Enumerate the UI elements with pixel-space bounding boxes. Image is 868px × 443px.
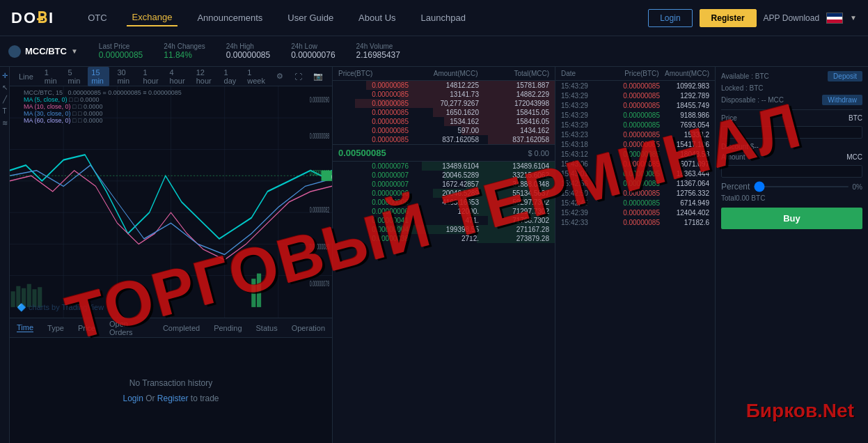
ob-buy-row[interactable]: 0.000000064163.1665359297.7302 (333, 198, 555, 207)
nav-exchange[interactable]: Exchange (127, 9, 178, 26)
ob-buy-row[interactable]: 0.0000000612000.71297.7302 (333, 207, 555, 216)
no-transaction-text: No Transaction history (129, 378, 212, 388)
withdraw-button[interactable]: Withdraw (822, 95, 862, 105)
chart-interval-30min[interactable]: 30 min (113, 67, 135, 86)
chart-interval-1min[interactable]: 1 min (41, 67, 61, 86)
logo[interactable]: DOɃI (11, 9, 54, 27)
tool-fib[interactable]: ≋ (2, 119, 8, 127)
chart-interval-1day[interactable]: 1 day (221, 67, 240, 86)
ob-buy-row[interactable]: 0.000000071672.4285734888.0348 (333, 180, 555, 189)
tradingview-watermark: 🔷 charts by TradingView (17, 303, 104, 312)
tool-text[interactable]: T (2, 107, 6, 115)
ob-buy-row[interactable]: 0.00000004199398.55271167.28 (333, 225, 555, 234)
chart-interval-1week[interactable]: 1 week (244, 67, 269, 86)
tab-type[interactable]: Type (47, 324, 64, 332)
th-col-price: Price(BTC) (611, 70, 658, 77)
deposit-button[interactable]: Deposit (828, 71, 862, 81)
tp-divider (721, 109, 862, 110)
tab-open-orders[interactable]: Open Orders (109, 320, 149, 336)
tp-percent-value: 0% (853, 183, 862, 191)
ob-col-price: Price(BTC) (338, 70, 407, 77)
tool-cursor[interactable]: ↖ (2, 84, 8, 91)
chart-camera-icon[interactable]: 📷 (310, 70, 326, 82)
th-header: Date Price(BTC) Amount(MCC) (555, 67, 715, 81)
chart-section: Line 1 min 5 min 15 min 30 min 1 hour 4 … (10, 67, 332, 443)
chart-type-line[interactable]: Line (15, 71, 37, 82)
main-layout: ✛ ↖ ╱ T ≋ Line 1 min 5 min 15 min 30 min… (0, 67, 868, 443)
th-row: 15:43:290.0000008510992.983 (555, 81, 715, 91)
tool-line[interactable]: ╱ (3, 95, 7, 103)
ob-buy-row[interactable]: 0.0000000620046.528955134.5637 (333, 189, 555, 198)
chart-interval-15min[interactable]: 15 min (88, 67, 109, 86)
chart-indicators: MCC/BTC, 15 0.00000085 = 0.00000085 ≡ 0.… (24, 89, 182, 124)
chart-settings-icon[interactable]: ⚙ (273, 70, 287, 82)
price-input[interactable] (726, 128, 858, 137)
nav-about-us[interactable]: About Us (353, 10, 401, 26)
th-row: 15:43:120.0000008518043.58 (555, 149, 715, 159)
svg-text:0.00000088: 0.00000088 (310, 132, 330, 141)
header-right: Login Register APP Download ▼ (648, 9, 857, 27)
mid-usd-value: $ 0.00 (528, 149, 549, 157)
svg-text:0.00000090: 0.00000090 (310, 95, 330, 104)
login-button[interactable]: Login (648, 9, 692, 27)
tool-crosshair[interactable]: ✛ (2, 72, 8, 79)
chart-interval-1hour[interactable]: 1 hour (140, 67, 162, 86)
chart-fullscreen-icon[interactable]: ⛶ (291, 71, 306, 82)
chart-interval-4hour[interactable]: 4 hour (166, 67, 189, 86)
tab-price[interactable]: Price (78, 324, 95, 332)
high-label: 24h High (226, 42, 270, 50)
tp-disposable-label: Disposable : -- MCC (721, 96, 784, 104)
ob-buy-row[interactable]: 0.00000041471.71768.7302 (333, 216, 555, 225)
ob-sell-row[interactable]: 0.000000851534.162158416.05 (333, 117, 555, 126)
order-table-section: Time Type Price Open Orders Completed Pe… (10, 318, 332, 443)
th-row: 15:43:180.0000008515417.106 (555, 139, 715, 149)
tab-completed[interactable]: Completed (163, 324, 200, 332)
ob-sell-row[interactable]: 0.000000851650.1620158415.05 (333, 108, 555, 117)
nav-launchpad[interactable]: Launchpad (416, 10, 471, 26)
register-link[interactable]: Register (157, 394, 189, 403)
mid-price-value: 0.00500085 (338, 148, 386, 158)
ob-sell-row[interactable]: 0.0000008513141.7314882.229 (333, 90, 555, 99)
buy-button[interactable]: Buy (721, 208, 862, 229)
svg-text:0.00000080: 0.00000080 (310, 242, 330, 251)
percent-slider[interactable] (754, 186, 848, 187)
chart-interval-5min[interactable]: 5 min (65, 67, 84, 86)
chart-canvas: 0.00000090 0.00000088 0.00000085 0.00000… (10, 86, 332, 318)
ob-sell-row[interactable]: 0.00000085837.162058837.162058 (333, 135, 555, 144)
tp-total-row: Total0.00 BTC (721, 194, 862, 202)
amount-input[interactable] (726, 167, 858, 176)
high-value: 0.00000085 (226, 50, 270, 60)
tab-operation[interactable]: Operation (292, 324, 325, 332)
tp-price-label: Price (721, 114, 737, 122)
tp-slider-row: Percent 0% (721, 182, 862, 192)
th-col-amount: Amount(MCC) (662, 70, 709, 77)
ob-buy-row[interactable]: 0.000000382712.273879.28 (333, 234, 555, 243)
ob-sell-row[interactable]: 0.00000085597.001434.162 (333, 126, 555, 135)
tab-time[interactable]: Time (17, 323, 33, 332)
tp-locked-label: Locked : BTC (721, 84, 764, 92)
ob-buy-row[interactable]: 0.0000000720046.528933215.6062 (333, 171, 555, 180)
last-price-value: 0.00000085 (99, 50, 143, 60)
high-item: 24h High 0.00000085 (226, 42, 270, 60)
svg-text:0.00000078: 0.00000078 (310, 279, 330, 288)
nav-user-guide[interactable]: User Guide (282, 10, 339, 26)
app-download-link[interactable]: APP Download (764, 13, 820, 23)
language-dropdown-icon[interactable]: ▼ (850, 14, 857, 22)
pair-selector[interactable]: MCC/BTC ▼ (8, 45, 78, 58)
tab-status[interactable]: Status (256, 324, 278, 332)
language-flag[interactable] (826, 13, 843, 24)
ob-buy-row[interactable]: 0.0000007613489.610413489.6104 (333, 162, 555, 171)
tab-pending[interactable]: Pending (214, 324, 242, 332)
pair-dropdown-icon[interactable]: ▼ (71, 47, 78, 55)
volume-item: 24h Volume 2.16985437 (356, 42, 400, 60)
nav-otc[interactable]: OTC (82, 10, 112, 26)
nav-announcements[interactable]: Announcements (191, 10, 268, 26)
ob-sell-row[interactable]: 0.0000008514812.22515781.887 (333, 81, 555, 90)
login-link[interactable]: Login (123, 394, 143, 403)
last-price-label: Last Price (99, 42, 143, 50)
register-button[interactable]: Register (700, 9, 757, 27)
ob-header: Price(BTC) Amount(MCC) Total(MCC) (333, 67, 555, 81)
chart-interval-12hour[interactable]: 12 hour (193, 67, 216, 86)
ob-sell-row[interactable]: 0.0000008570,277.9267172043998 (333, 99, 555, 108)
th-row: 15:42:500.0000008512756.332 (555, 188, 715, 198)
